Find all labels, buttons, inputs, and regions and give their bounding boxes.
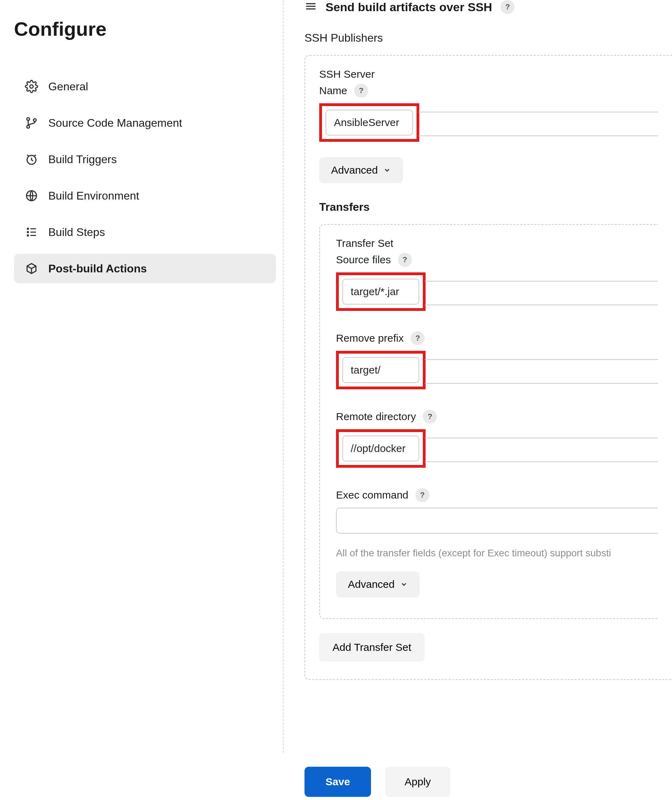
ssh-publisher-box: SSH Server Name ? Advanced Transfers Tra… — [304, 55, 672, 680]
remote-dir-label-row: Remote directory ? — [336, 410, 658, 424]
sidebar-item-post-build[interactable]: Post-build Actions — [14, 254, 276, 283]
exec-command-input[interactable] — [336, 508, 658, 534]
svg-point-0 — [30, 85, 33, 88]
name-label: Name — [319, 85, 347, 97]
globe-icon — [24, 189, 38, 203]
svg-point-2 — [27, 125, 30, 128]
add-transfer-set-label: Add Transfer Set — [333, 641, 411, 653]
sidebar-item-label: General — [48, 80, 88, 93]
nav-list: General Source Code Management Build Tri… — [14, 72, 276, 283]
sidebar-item-label: Build Steps — [48, 226, 105, 239]
help-icon[interactable]: ? — [411, 331, 424, 345]
ssh-server-heading: SSH Server — [319, 68, 658, 80]
advanced-button-inner[interactable]: Advanced — [336, 571, 420, 597]
advanced-label: Advanced — [348, 579, 394, 590]
gear-icon — [24, 80, 38, 93]
highlight-box — [336, 429, 426, 468]
sidebar-item-label: Build Triggers — [48, 153, 117, 166]
publishers-label: SSH Publishers — [304, 32, 672, 45]
remote-dir-label: Remote directory — [336, 411, 416, 423]
transfer-set-box: Transfer Set Source files ? Remove prefi… — [319, 224, 658, 619]
transfer-set-heading: Transfer Set — [336, 237, 658, 249]
input-extension — [425, 281, 658, 305]
input-extension — [419, 112, 658, 136]
svg-point-7 — [27, 231, 28, 232]
remove-prefix-label-row: Remove prefix ? — [336, 331, 658, 345]
main-panel: Send build artifacts over SSH ? SSH Publ… — [283, 0, 672, 753]
source-files-label-row: Source files ? — [336, 253, 658, 267]
sidebar-item-triggers[interactable]: Build Triggers — [14, 144, 276, 174]
exec-command-label: Exec command — [336, 489, 408, 501]
input-extension — [425, 359, 658, 384]
sidebar-item-general[interactable]: General — [14, 72, 276, 101]
save-button[interactable]: Save — [304, 767, 371, 797]
remote-directory-input[interactable] — [342, 436, 419, 462]
section-title: Send build artifacts over SSH — [325, 0, 492, 14]
help-icon[interactable]: ? — [398, 253, 412, 267]
source-files-label: Source files — [336, 254, 391, 266]
drag-handle-icon[interactable] — [304, 0, 317, 14]
sidebar-item-label: Post-build Actions — [48, 262, 147, 275]
sidebar-item-scm[interactable]: Source Code Management — [14, 108, 276, 138]
help-icon[interactable]: ? — [423, 410, 437, 424]
apply-button[interactable]: Apply — [385, 767, 450, 797]
sidebar-item-environment[interactable]: Build Environment — [14, 181, 276, 210]
highlight-box — [336, 273, 426, 311]
transfer-hint: All of the transfer fields (except for E… — [336, 548, 658, 559]
help-icon[interactable]: ? — [354, 84, 368, 98]
svg-point-6 — [27, 228, 28, 229]
sidebar-item-build-steps[interactable]: Build Steps — [14, 217, 276, 247]
save-label: Save — [325, 776, 350, 787]
exec-command-label-row: Exec command ? — [336, 488, 658, 502]
ssh-server-name-input[interactable] — [325, 110, 413, 135]
input-extension — [425, 438, 658, 462]
remove-prefix-label: Remove prefix — [336, 332, 403, 344]
chevron-down-icon — [400, 580, 408, 588]
sidebar-item-label: Source Code Management — [48, 117, 182, 130]
chevron-down-icon — [383, 166, 391, 174]
section-header: Send build artifacts over SSH ? — [304, 0, 672, 14]
highlight-box — [336, 351, 426, 389]
sidebar-item-label: Build Environment — [48, 189, 139, 202]
add-transfer-set-button[interactable]: Add Transfer Set — [319, 633, 424, 662]
footer-action-bar: Save Apply — [0, 753, 672, 800]
name-label-row: Name ? — [319, 84, 658, 98]
steps-icon — [24, 225, 38, 239]
advanced-label: Advanced — [331, 164, 378, 176]
help-icon[interactable]: ? — [501, 0, 515, 14]
highlight-box — [319, 103, 419, 142]
advanced-button[interactable]: Advanced — [319, 157, 403, 183]
transfers-heading: Transfers — [319, 200, 658, 213]
branch-icon — [24, 116, 38, 130]
svg-point-3 — [34, 119, 37, 122]
sidebar: Configure General Source Code Management… — [0, 0, 283, 753]
help-icon[interactable]: ? — [416, 488, 429, 502]
svg-point-1 — [27, 118, 30, 120]
clock-icon — [24, 152, 38, 166]
source-files-input[interactable] — [342, 279, 419, 305]
svg-point-8 — [27, 235, 28, 236]
apply-label: Apply — [405, 776, 431, 787]
remove-prefix-input[interactable] — [342, 357, 419, 383]
package-icon — [24, 261, 38, 276]
page-title: Configure — [14, 18, 276, 40]
